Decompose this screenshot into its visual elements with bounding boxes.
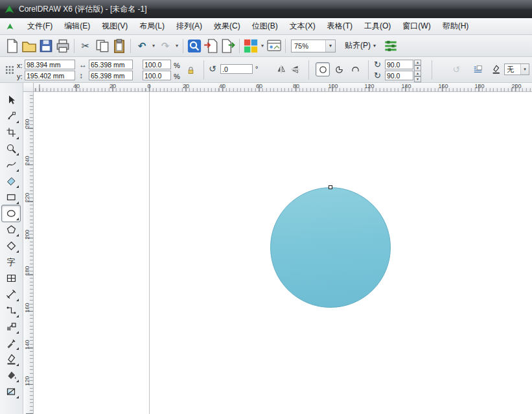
flyout-indicator [16,396,19,398]
end-angle-spinner[interactable]: ▴ ▾ [414,71,421,80]
zoom-tool[interactable] [2,141,20,157]
paste-icon [111,38,128,54]
rotation-angle-input[interactable] [220,64,253,74]
vertical-ruler[interactable]: 260 240 220 200 180 160 140 120 [23,92,34,414]
mirror-horizontal-button[interactable] [275,63,288,76]
fill-tool[interactable] [2,367,20,384]
ellipse-tool[interactable] [2,205,20,222]
start-angle-input[interactable] [385,60,413,69]
zoom-level-combobox[interactable]: 75% ▾ [291,40,336,52]
mirror-vertical-button[interactable] [289,63,302,76]
menu-table[interactable]: 表格(T) [321,18,358,34]
redo-button[interactable]: ↷ [157,38,174,54]
new-button[interactable] [4,38,21,54]
text-tool[interactable]: 字 [2,254,20,270]
crop-tool[interactable] [2,124,20,141]
pick-tool[interactable] [2,92,20,108]
menu-text[interactable]: 文本(X) [284,18,321,34]
change-direction-button[interactable]: ↺ [450,63,463,76]
menu-tools[interactable]: 工具(O) [358,18,397,34]
cut-button[interactable]: ✂ [77,38,94,54]
undo-dropdown[interactable]: ▾ [150,43,157,49]
connector-tool[interactable] [2,303,20,319]
welcome-screen-button[interactable] [266,38,283,54]
outline-width-dropdown-icon[interactable]: ▾ [520,64,529,75]
x-position-input[interactable] [25,60,75,69]
menu-layout[interactable]: 布局(L) [133,18,170,34]
application-launcher-button[interactable] [242,38,259,54]
color-eyedropper-tool[interactable] [2,335,20,351]
scale-y-input[interactable] [143,71,171,80]
launcher-dropdown[interactable]: ▾ [259,43,266,49]
redo-dropdown[interactable]: ▾ [174,43,180,49]
options-icon [382,38,399,54]
smart-fill-icon [6,176,17,187]
copy-button[interactable] [94,38,111,54]
arc-mode-button[interactable] [349,63,362,76]
outline-pen-icon [6,354,17,365]
title-bar[interactable]: CorelDRAW X6 (评估版) - [未命名 -1] [0,0,532,18]
flyout-indicator [16,153,19,155]
polygon-icon [6,224,17,235]
horizontal-ruler[interactable]: 40 20 0 20 40 60 80 100 120 140 160 180 … [34,83,532,92]
blend-tool[interactable] [2,319,20,335]
y-position-input[interactable] [25,71,75,80]
open-button[interactable] [21,38,38,54]
options-button[interactable] [382,38,399,54]
table-tool[interactable] [2,270,20,286]
undo-button[interactable]: ↶ [133,38,150,54]
propbar-separator [368,60,369,80]
interactive-fill-tool[interactable] [2,384,20,400]
outline-width-combobox[interactable]: 无 ▾ [504,63,529,75]
search-content-button[interactable] [186,38,203,54]
snap-to-button[interactable]: 贴齐(P) ▾ [341,39,380,53]
scale-x-input[interactable] [143,60,171,69]
rectangle-tool[interactable] [2,189,20,205]
eyedropper-icon [6,338,17,349]
ellipse-object[interactable] [270,187,391,308]
hruler-label: 120 [364,83,374,89]
drawing-canvas[interactable] [34,92,532,414]
freehand-tool[interactable] [2,157,20,173]
basic-shapes-tool[interactable] [2,238,20,254]
smart-fill-tool[interactable] [2,173,20,189]
menu-view[interactable]: 视图(V) [96,18,133,34]
menu-bitmaps[interactable]: 位图(B) [246,18,284,34]
menu-effects[interactable]: 效果(C) [208,18,246,34]
ruler-origin-corner[interactable] [23,83,34,92]
hruler-label: 180 [474,83,484,89]
change-direction-icon: ↺ [452,65,460,74]
menu-help[interactable]: 帮助(H) [437,18,475,34]
object-width-input[interactable] [89,60,133,69]
print-button[interactable] [54,38,71,54]
text-wrap-button[interactable] [472,63,485,76]
x-position-label: x: [17,62,23,69]
ellipse-top-node[interactable] [329,185,332,189]
lock-ratio-button[interactable] [184,63,197,76]
zoom-level-value: 75% [292,42,325,50]
menu-arrange[interactable]: 排列(A) [170,18,208,34]
outline-pen-tool[interactable] [2,351,20,367]
polygon-tool[interactable] [2,222,20,238]
vruler-label: 120 [24,371,30,391]
start-angle-spinner[interactable]: ▴ ▾ [414,60,421,69]
ellipse-mode-button[interactable] [316,63,329,76]
end-angle-input[interactable] [385,71,413,80]
pie-mode-button[interactable] [332,63,345,76]
shape-tool[interactable] [2,108,20,124]
y-position-label: y: [17,73,23,80]
spin-up-icon[interactable]: ▴ [414,60,421,65]
dimension-tool[interactable] [2,286,20,303]
print-icon [54,38,71,54]
spin-down-icon[interactable]: ▾ [414,76,421,82]
export-button[interactable] [220,38,237,54]
paste-button[interactable] [111,38,128,54]
menu-edit[interactable]: 编辑(E) [58,18,96,34]
menu-window[interactable]: 窗口(W) [397,18,436,34]
spin-up-icon[interactable]: ▴ [414,71,421,76]
save-button[interactable] [38,38,54,54]
zoom-dropdown-icon[interactable]: ▾ [325,40,335,52]
import-button[interactable] [203,38,220,54]
menu-file[interactable]: 文件(F) [21,18,58,34]
object-height-input[interactable] [89,71,133,80]
